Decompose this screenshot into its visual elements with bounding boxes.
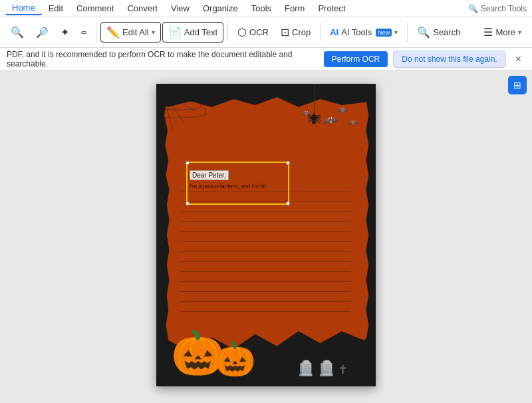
- select-icon: ✦: [61, 26, 69, 39]
- pdf-line-11: [181, 291, 351, 292]
- edit-all-button[interactable]: ✏️ Edit All ▾: [100, 22, 161, 43]
- close-notification-button[interactable]: ×: [511, 52, 525, 67]
- search-icon: 🔍: [468, 4, 478, 13]
- more-label: More: [495, 27, 515, 37]
- menu-edit[interactable]: Edit: [42, 2, 70, 15]
- tombstone-area: 🪦 🪦 ✝: [297, 360, 348, 377]
- spider-thread: [315, 85, 315, 112]
- bat-decoration-2: 🦇: [337, 105, 348, 115]
- pdf-line-6: [181, 241, 351, 242]
- pdf-line-12: [181, 301, 351, 302]
- menu-home[interactable]: Home: [5, 1, 42, 15]
- menu-comment[interactable]: Comment: [70, 2, 120, 15]
- more-button[interactable]: ☰ More ▾: [478, 23, 527, 42]
- body-text: I'm a jack-o-lantern, and I'm lit!: [190, 183, 266, 190]
- svg-line-1: [161, 88, 196, 112]
- search-tools-area: 🔍 Search Tools: [468, 4, 527, 13]
- spider-decoration: 🕷: [308, 85, 321, 127]
- menu-form[interactable]: Form: [278, 2, 311, 15]
- ai-tools-label: AI Tools: [341, 27, 372, 37]
- main-content: ⊞ 🦇: [0, 70, 532, 403]
- rect-icon: [81, 31, 86, 34]
- search-tools-label: Search Tools: [481, 4, 527, 13]
- lines-area: [181, 192, 351, 319]
- ai-new-badge: New: [376, 29, 392, 37]
- bat-decoration-3: 🦇: [348, 118, 358, 127]
- crop-label: Crop: [292, 27, 311, 37]
- pdf-line-7: [181, 251, 351, 252]
- menu-bar: Home Edit Comment Convert View Organize …: [0, 0, 532, 17]
- zoom-out-icon: 🔍: [11, 26, 24, 39]
- edit-icon: ✏️: [106, 26, 120, 39]
- zoom-in-icon: 🔎: [36, 27, 49, 39]
- cross-decoration: ✝: [338, 362, 348, 377]
- ocr-label: OCR: [249, 27, 269, 37]
- bat-decoration-1: 🦇: [322, 112, 338, 128]
- menu-convert[interactable]: Convert: [120, 2, 164, 15]
- pdf-line-3: [181, 211, 351, 212]
- notification-bar: PDF, and it is recommended to perform OC…: [0, 48, 532, 70]
- divider-3: [320, 23, 321, 43]
- page-panel-icon: ⊞: [513, 80, 521, 90]
- add-text-button[interactable]: 📄 Add Text: [162, 22, 223, 43]
- pdf-line-4: [181, 221, 351, 222]
- divider-1: [96, 23, 96, 43]
- tombstone-2: 🪦: [317, 360, 335, 377]
- tombstone-1: 🪦: [297, 360, 315, 377]
- crop-icon: ⊡: [281, 26, 289, 39]
- pdf-line-13: [181, 311, 351, 312]
- crop-button[interactable]: ⊡ Crop: [275, 23, 316, 42]
- svg-line-0: [161, 88, 201, 100]
- handle-bottom-left: [186, 202, 190, 205]
- divider-2: [227, 23, 228, 43]
- more-dropdown-arrow: ▾: [518, 29, 521, 36]
- pdf-line-5: [181, 231, 351, 232]
- add-text-icon: 📄: [168, 26, 182, 39]
- ai-tools-icon: AI: [330, 27, 338, 37]
- pdf-line-8: [181, 261, 351, 262]
- menu-protect[interactable]: Protect: [311, 2, 352, 15]
- handle-top-right: [286, 161, 290, 165]
- divider-4: [407, 23, 408, 43]
- select-button[interactable]: ✦: [55, 23, 74, 42]
- toolbar: 🔍 🔎 ✦ ✏️ Edit All ▾ 📄 Add Text ⬡ OCR ⊡ C…: [0, 17, 532, 48]
- perform-ocr-button[interactable]: Perform OCR: [324, 51, 388, 67]
- zoom-in-button[interactable]: 🔎: [31, 23, 54, 42]
- menu-view[interactable]: View: [164, 2, 196, 15]
- zoom-out-button[interactable]: 🔍: [5, 23, 29, 42]
- more-icon: ☰: [483, 26, 493, 39]
- spider-icon: 🕷: [308, 112, 321, 127]
- search-toolbar-icon: 🔍: [417, 26, 430, 39]
- notification-text: PDF, and it is recommended to perform OC…: [7, 50, 319, 68]
- menu-organize[interactable]: Organize: [196, 2, 245, 15]
- ocr-button[interactable]: ⬡ OCR: [232, 23, 274, 42]
- dont-show-button[interactable]: Do not show this file again.: [393, 51, 505, 68]
- dear-peter-text[interactable]: Dear Peter,: [190, 170, 229, 180]
- text-content-area: Dear Peter, I'm a jack-o-lantern, and I'…: [190, 168, 266, 190]
- spiderweb-decoration: [161, 88, 207, 135]
- handle-top-left: [186, 161, 190, 165]
- ai-tools-button[interactable]: AI AI Tools New ▾: [325, 24, 403, 41]
- pdf-document: 🦇 🦇 🦇 🦇 🕷: [156, 84, 376, 386]
- ocr-icon: ⬡: [237, 26, 247, 39]
- menu-tools[interactable]: Tools: [245, 2, 278, 15]
- svg-line-2: [161, 88, 184, 124]
- search-button[interactable]: 🔍 Search: [412, 23, 466, 42]
- handle-bottom-right: [286, 202, 290, 205]
- ai-dropdown-arrow: ▾: [394, 29, 398, 36]
- pdf-line-9: [181, 271, 351, 272]
- edit-all-label: Edit All: [122, 27, 149, 37]
- edit-dropdown-arrow: ▾: [152, 29, 155, 36]
- pdf-line-10: [181, 281, 351, 282]
- page-panel-button[interactable]: ⊞: [508, 76, 527, 94]
- add-text-label: Add Text: [184, 27, 217, 37]
- pumpkin-right: 🎃: [214, 340, 255, 378]
- rect-button[interactable]: [76, 28, 92, 37]
- search-label: Search: [433, 27, 460, 37]
